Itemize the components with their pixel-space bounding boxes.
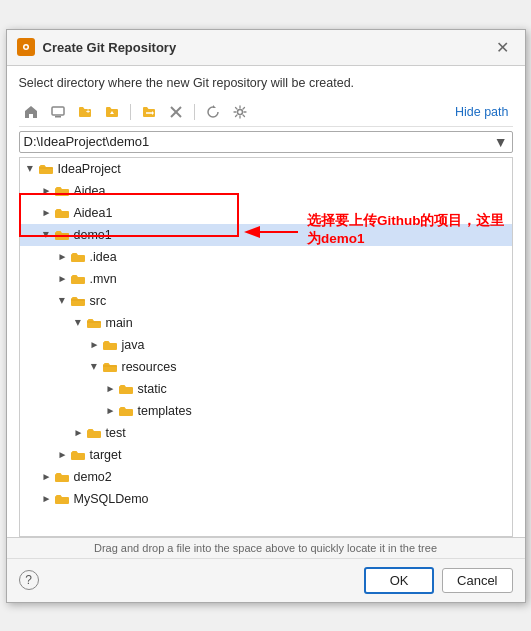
tree-item[interactable]: ►MySQLDemo <box>20 488 512 510</box>
folder-icon <box>70 447 86 463</box>
tree-item-label: .idea <box>90 250 508 264</box>
folder-icon <box>54 205 70 221</box>
tree-arrow-icon: ► <box>104 382 118 396</box>
tree-arrow-icon: ► <box>56 272 70 286</box>
tree-arrow-icon: ► <box>40 470 54 484</box>
home-button[interactable] <box>19 101 43 123</box>
folder-icon <box>70 271 86 287</box>
tree-arrow-icon: ► <box>40 206 54 220</box>
tree-item[interactable]: ►static <box>20 378 512 400</box>
folder-icon <box>54 469 70 485</box>
svg-point-12 <box>237 109 242 114</box>
svg-text:+: + <box>86 108 90 115</box>
folder-icon <box>54 227 70 243</box>
folder-up-button[interactable] <box>100 101 124 123</box>
tree-arrow-icon: ► <box>40 492 54 506</box>
tree-item[interactable]: ►demo2 <box>20 466 512 488</box>
close-button[interactable]: ✕ <box>490 36 515 59</box>
new-folder-button[interactable]: + <box>73 101 97 123</box>
folder-icon <box>86 425 102 441</box>
folder-icon <box>118 403 134 419</box>
tree-item-label: target <box>90 448 508 462</box>
tree-item[interactable]: ►demo1 <box>20 224 512 246</box>
tree-arrow-icon: ► <box>40 184 54 198</box>
tree-item[interactable]: ►.mvn <box>20 268 512 290</box>
folder-icon <box>54 183 70 199</box>
tree-item-label: resources <box>122 360 508 374</box>
desktop-button[interactable] <box>46 101 70 123</box>
folder-icon <box>54 491 70 507</box>
title-bar: Create Git Repository ✕ <box>7 30 525 66</box>
tree-item[interactable]: ►test <box>20 422 512 444</box>
tree-item[interactable]: ►resources <box>20 356 512 378</box>
svg-marker-11 <box>213 105 216 108</box>
tree-item[interactable]: ►Aidea1 <box>20 202 512 224</box>
folder-icon <box>118 381 134 397</box>
tree-wrapper: 选择要上传Github的项目，这里为demo1 ►IdeaProject►Aid… <box>19 157 513 537</box>
folder-icon <box>102 337 118 353</box>
tree-item-label: static <box>138 382 508 396</box>
tree-arrow-icon: ► <box>104 404 118 418</box>
folder-icon <box>86 315 102 331</box>
folder-move-button[interactable] <box>137 101 161 123</box>
tree-item[interactable]: ►templates <box>20 400 512 422</box>
tree-item-label: MySQLDemo <box>74 492 508 506</box>
toolbar-sep-2 <box>194 104 195 120</box>
hide-path-button[interactable]: Hide path <box>451 103 513 121</box>
toolbar: + <box>19 98 513 127</box>
settings-button[interactable] <box>228 101 252 123</box>
tree-item-label: demo1 <box>74 228 508 242</box>
tree-item-label: demo2 <box>74 470 508 484</box>
tree-arrow-icon: ► <box>56 294 70 308</box>
folder-icon <box>38 161 54 177</box>
tree-arrow-icon: ► <box>88 338 102 352</box>
tree-item[interactable]: ►.idea <box>20 246 512 268</box>
delete-button[interactable] <box>164 101 188 123</box>
folder-icon <box>70 293 86 309</box>
folder-icon <box>70 249 86 265</box>
tree-item-label: .mvn <box>90 272 508 286</box>
help-button[interactable]: ? <box>19 570 39 590</box>
svg-rect-4 <box>55 116 61 118</box>
tree-item-label: test <box>106 426 508 440</box>
app-icon <box>17 38 35 56</box>
tree-item[interactable]: ►Aidea <box>20 180 512 202</box>
svg-point-2 <box>24 46 27 49</box>
tree-arrow-icon: ► <box>24 162 38 176</box>
tree-item-label: Aidea <box>74 184 508 198</box>
svg-rect-3 <box>52 107 64 115</box>
dialog-subtitle: Select directory where the new Git repos… <box>19 76 513 90</box>
folder-icon <box>102 359 118 375</box>
toolbar-sep-1 <box>130 104 131 120</box>
tree-container[interactable]: ►IdeaProject►Aidea►Aidea1►demo1►.idea►.m… <box>19 157 513 537</box>
tree-arrow-icon: ► <box>72 316 86 330</box>
ok-button[interactable]: OK <box>364 567 434 594</box>
tree-arrow-icon: ► <box>56 448 70 462</box>
tree-arrow-icon: ► <box>40 228 54 242</box>
tree-item[interactable]: ►IdeaProject <box>20 158 512 180</box>
tree-item[interactable]: ►java <box>20 334 512 356</box>
tree-item[interactable]: ►target <box>20 444 512 466</box>
dialog-title: Create Git Repository <box>43 40 482 55</box>
bottom-hint: Drag and drop a file into the space abov… <box>7 537 525 558</box>
tree-item-label: java <box>122 338 508 352</box>
dialog-footer: ? OK Cancel <box>7 558 525 602</box>
cancel-button[interactable]: Cancel <box>442 568 512 593</box>
path-input[interactable] <box>24 134 494 149</box>
tree-arrow-icon: ► <box>56 250 70 264</box>
tree-item-label: main <box>106 316 508 330</box>
tree-item-label: src <box>90 294 508 308</box>
tree-item-label: templates <box>138 404 508 418</box>
tree-item[interactable]: ►main <box>20 312 512 334</box>
tree-arrow-icon: ► <box>72 426 86 440</box>
tree-item-label: Aidea1 <box>74 206 508 220</box>
path-row: ▼ <box>19 131 513 153</box>
refresh-button[interactable] <box>201 101 225 123</box>
create-git-repository-dialog: Create Git Repository ✕ Select directory… <box>6 29 526 603</box>
tree-item[interactable]: ►src <box>20 290 512 312</box>
tree-item-label: IdeaProject <box>58 162 508 176</box>
path-dropdown-icon[interactable]: ▼ <box>494 134 508 150</box>
tree-arrow-icon: ► <box>88 360 102 374</box>
